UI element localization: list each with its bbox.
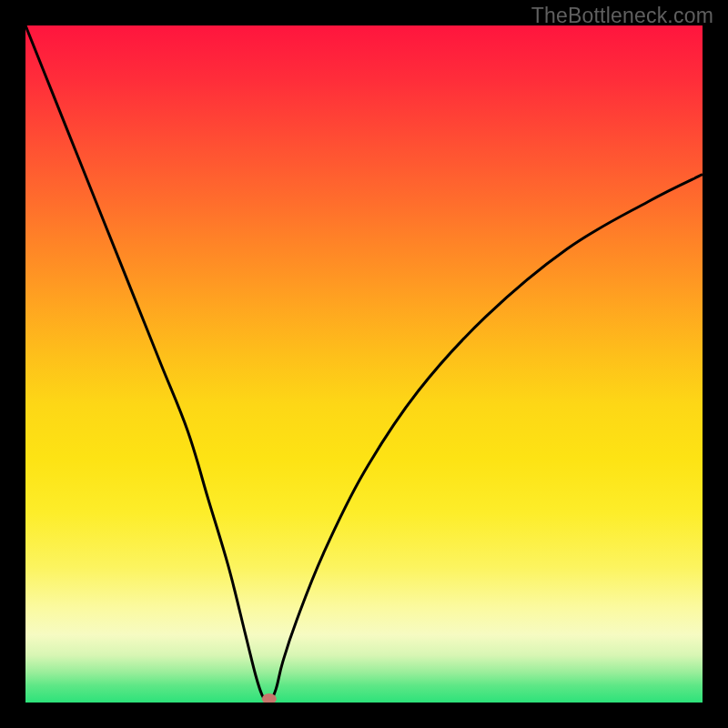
bottleneck-chart: [25, 25, 703, 703]
chart-frame: TheBottleneck.com: [0, 0, 728, 728]
plot-area: [25, 25, 703, 703]
gradient-background: [25, 25, 703, 703]
watermark-text: TheBottleneck.com: [531, 4, 713, 28]
